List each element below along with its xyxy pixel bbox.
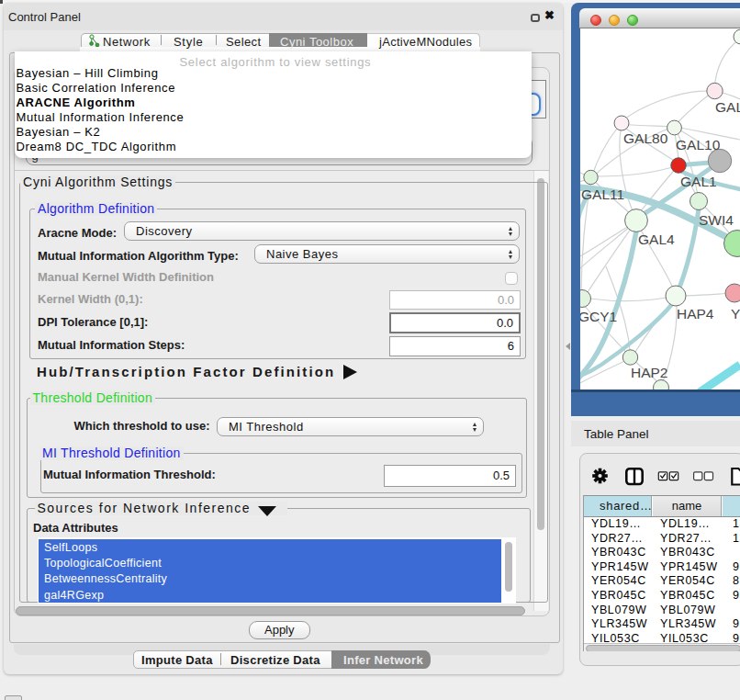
svg-text:GAL10: GAL10 bbox=[676, 137, 721, 152]
svg-text:GAL2: GAL2 bbox=[715, 99, 740, 115]
svg-text:SWI4: SWI4 bbox=[699, 212, 734, 228]
svg-text:GAL80: GAL80 bbox=[623, 130, 668, 146]
svg-text:HAP4: HAP4 bbox=[677, 306, 714, 322]
svg-text:HAP2: HAP2 bbox=[631, 365, 668, 380]
svg-text:YB: YB bbox=[731, 306, 740, 322]
svg-text:GCY1: GCY1 bbox=[580, 309, 617, 324]
svg-text:GAL1: GAL1 bbox=[680, 174, 717, 189]
svg-text:GAL4: GAL4 bbox=[638, 231, 675, 247]
svg-text:GAL11: GAL11 bbox=[581, 186, 624, 202]
